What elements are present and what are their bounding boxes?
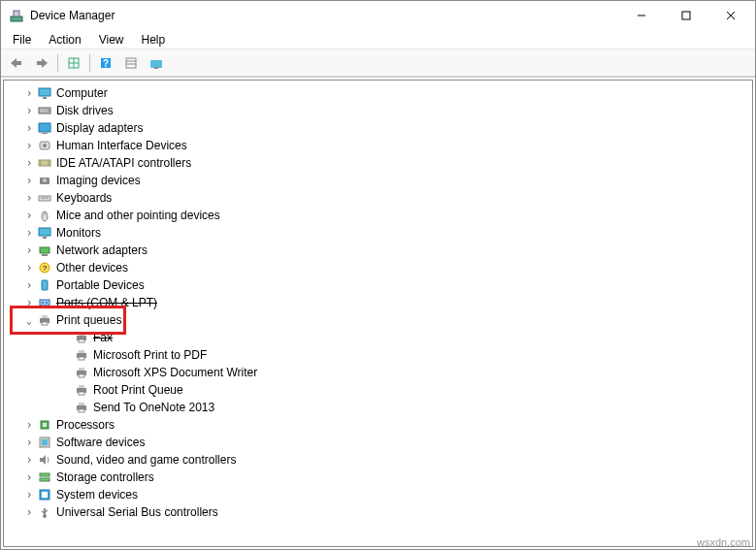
- menu-view[interactable]: View: [91, 31, 132, 49]
- expander-icon[interactable]: [23, 209, 35, 222]
- scan-button[interactable]: [119, 52, 143, 74]
- content-area: ComputerDisk drivesDisplay adaptersHuman…: [1, 77, 755, 549]
- app-icon: [9, 8, 24, 23]
- svg-point-30: [43, 178, 47, 182]
- tree-item-hid[interactable]: Human Interface Devices: [4, 137, 752, 154]
- tree-item-imaging[interactable]: Imaging devices: [4, 172, 752, 189]
- tree-item-display-adapters[interactable]: Display adapters: [4, 119, 752, 137]
- expander-icon[interactable]: [23, 191, 35, 205]
- svg-point-21: [48, 110, 49, 112]
- svg-point-44: [46, 302, 48, 304]
- tree-item-fax[interactable]: Fax: [4, 329, 752, 346]
- svg-rect-16: [150, 60, 162, 68]
- back-button[interactable]: [5, 52, 28, 74]
- toolbar: ?: [1, 49, 755, 77]
- menu-help[interactable]: Help: [134, 31, 174, 49]
- tree-item-keyboards[interactable]: Keyboards: [4, 189, 752, 207]
- menu-action[interactable]: Action: [41, 31, 88, 49]
- tree-item-onenote[interactable]: Send To OneNote 2013: [4, 399, 752, 416]
- tree-item-label: Portable Devices: [56, 278, 145, 292]
- tree-item-computer[interactable]: Computer: [4, 84, 752, 102]
- expander-icon[interactable]: [23, 243, 35, 257]
- tree-item-label: Root Print Queue: [93, 383, 183, 397]
- camera-icon: [37, 173, 52, 188]
- tree-item-software[interactable]: Software devices: [4, 434, 752, 451]
- svg-text:?: ?: [103, 58, 109, 69]
- svg-rect-50: [79, 340, 84, 342]
- tree-item-network[interactable]: Network adapters: [4, 242, 752, 259]
- help-button[interactable]: ?: [94, 52, 117, 74]
- cpu-icon: [37, 417, 52, 433]
- expander-icon[interactable]: [23, 121, 35, 135]
- svg-rect-42: [40, 300, 49, 306]
- tree-item-print-queues[interactable]: Print queues: [4, 311, 752, 329]
- svg-rect-67: [40, 473, 49, 476]
- svg-rect-22: [39, 123, 50, 132]
- svg-rect-7: [37, 61, 43, 65]
- printer-icon: [74, 400, 89, 415]
- storage-icon: [37, 469, 52, 485]
- expander-icon[interactable]: [23, 174, 35, 187]
- tree-item-other[interactable]: ?Other devices: [4, 259, 752, 276]
- expander-icon[interactable]: [23, 505, 35, 519]
- expander-icon[interactable]: [23, 488, 35, 501]
- device-tree: ComputerDisk drivesDisplay adaptersHuman…: [4, 81, 752, 525]
- menu-file[interactable]: File: [5, 31, 39, 49]
- tree-item-ide[interactable]: IDE ATA/ATAPI controllers: [4, 154, 752, 172]
- svg-rect-19: [43, 97, 47, 99]
- tree-item-ms-print-pdf[interactable]: Microsoft Print to PDF: [4, 346, 752, 364]
- tree-item-portable[interactable]: Portable Devices: [4, 276, 752, 294]
- printer-icon: [74, 365, 89, 380]
- maximize-button[interactable]: [664, 1, 708, 30]
- svg-rect-52: [79, 350, 84, 353]
- tree-item-ms-xps[interactable]: Microsoft XPS Document Writer: [4, 364, 752, 381]
- expander-icon[interactable]: [23, 86, 35, 100]
- ide-icon: [37, 155, 52, 171]
- expander-icon[interactable]: [23, 104, 35, 117]
- svg-rect-6: [16, 61, 21, 65]
- printer-icon: [74, 382, 89, 398]
- svg-point-43: [42, 302, 44, 304]
- expander-icon[interactable]: [23, 226, 35, 240]
- hid-icon: [37, 138, 52, 153]
- tree-item-label: Human Interface Devices: [56, 139, 187, 152]
- tree-item-mice[interactable]: Mice and other pointing devices: [4, 207, 752, 224]
- expander-icon[interactable]: [23, 139, 35, 152]
- portable-icon: [37, 277, 52, 293]
- tree-item-storage[interactable]: Storage controllers: [4, 469, 752, 486]
- expander-icon[interactable]: [23, 453, 35, 467]
- tree-item-label: Sound, video and game controllers: [56, 453, 236, 467]
- close-button[interactable]: [708, 1, 753, 30]
- tree-item-disk-drives[interactable]: Disk drives: [4, 102, 752, 119]
- expander-icon[interactable]: [23, 470, 35, 484]
- expander-icon[interactable]: [23, 278, 35, 292]
- tree-item-label: Processors: [56, 418, 115, 432]
- device-tree-scroll[interactable]: ComputerDisk drivesDisplay adaptersHuman…: [3, 80, 753, 547]
- tree-item-label: Storage controllers: [56, 470, 154, 484]
- tree-item-usb[interactable]: Universal Serial Bus controllers: [4, 503, 752, 521]
- expander-icon[interactable]: [23, 261, 35, 275]
- svg-rect-1: [14, 11, 19, 16]
- tree-item-processors[interactable]: Processors: [4, 416, 752, 434]
- svg-rect-46: [42, 315, 48, 318]
- tree-item-monitors[interactable]: Monitors: [4, 224, 752, 242]
- keyboard-icon: [37, 190, 52, 206]
- expander-icon[interactable]: [23, 156, 35, 170]
- expander-icon[interactable]: [23, 296, 35, 309]
- properties-button[interactable]: [62, 52, 85, 74]
- usb-icon: [37, 504, 52, 520]
- expander-icon[interactable]: [23, 436, 35, 449]
- expander-icon[interactable]: [23, 418, 35, 432]
- tree-item-ports[interactable]: Ports (COM & LPT): [4, 294, 752, 311]
- tree-item-label: Send To OneNote 2013: [93, 401, 214, 414]
- tree-item-system[interactable]: System devices: [4, 486, 752, 503]
- tree-item-sound[interactable]: Sound, video and game controllers: [4, 451, 752, 469]
- tree-item-label: Imaging devices: [56, 174, 141, 187]
- tree-item-root-print-queue[interactable]: Root Print Queue: [4, 381, 752, 399]
- tree-item-label: Print queues: [56, 313, 121, 327]
- expander-icon[interactable]: [23, 315, 35, 326]
- forward-button[interactable]: [30, 52, 53, 74]
- minimize-button[interactable]: [619, 1, 664, 30]
- tree-item-label: IDE ATA/ATAPI controllers: [56, 156, 191, 170]
- show-hidden-button[interactable]: [145, 52, 168, 74]
